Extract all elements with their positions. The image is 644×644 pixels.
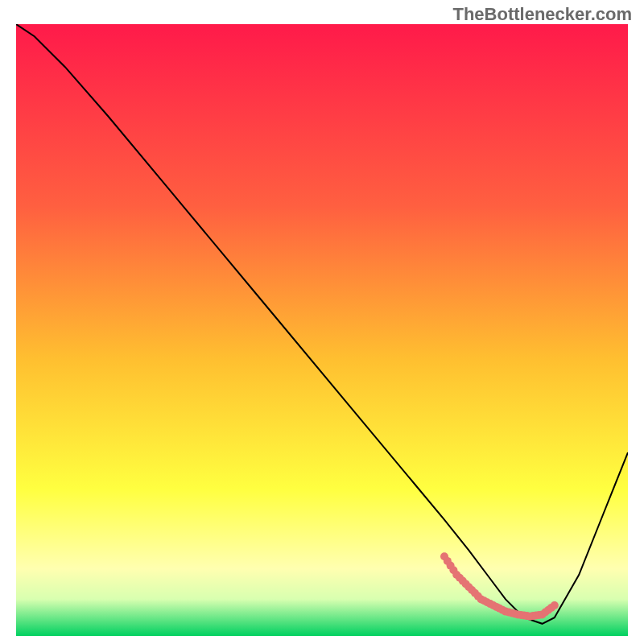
- svg-point-36: [551, 601, 559, 609]
- watermark-label: TheBottlenecker.com: [452, 4, 632, 25]
- chart-plot-area: [16, 24, 628, 636]
